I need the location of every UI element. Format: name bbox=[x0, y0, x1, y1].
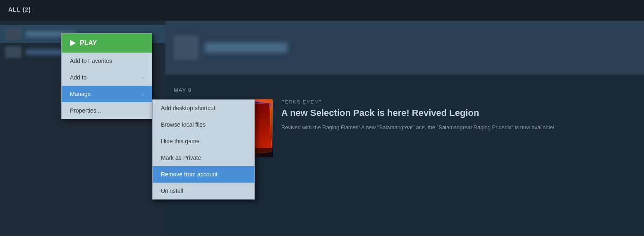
news-headline: A new Selection Pack is here! Revived Le… bbox=[281, 108, 636, 118]
divider bbox=[372, 21, 636, 21]
ctx-browse-local-files[interactable]: Browse local files bbox=[153, 116, 254, 133]
top-bar: ALL (2) bbox=[0, 0, 644, 21]
ctx-manage[interactable]: Manage › bbox=[62, 86, 152, 102]
game-thumb-2 bbox=[5, 46, 22, 58]
ctx-remove-from-account-label: Remove from account bbox=[161, 171, 218, 178]
context-menu-primary: PLAY Add to Favorites Add to › Manage › … bbox=[61, 33, 152, 119]
game-header bbox=[165, 21, 644, 75]
news-body: Revived with the Raging Flames! A new "S… bbox=[281, 123, 636, 132]
play-icon bbox=[70, 40, 76, 46]
context-menu-secondary: Add desktop shortcut Browse local files … bbox=[152, 99, 255, 200]
news-date: MAY 9 bbox=[174, 87, 636, 93]
ctx-uninstall-label: Uninstall bbox=[161, 188, 183, 194]
ctx-add-desktop-shortcut-label: Add desktop shortcut bbox=[161, 105, 215, 111]
ctx-properties[interactable]: Properties... bbox=[62, 102, 152, 119]
news-content: PERKS EVENT A new Selection Pack is here… bbox=[281, 99, 636, 132]
ctx-uninstall[interactable]: Uninstall bbox=[153, 183, 254, 199]
ctx-hide-game[interactable]: Hide this game bbox=[153, 133, 254, 149]
ctx-add-to-label: Add to bbox=[70, 74, 86, 81]
ctx-manage-chevron: › bbox=[142, 92, 144, 96]
play-button[interactable]: PLAY bbox=[62, 34, 152, 53]
ctx-remove-from-account[interactable]: Remove from account bbox=[153, 166, 254, 183]
news-category: PERKS EVENT bbox=[281, 99, 636, 104]
play-label: PLAY bbox=[80, 39, 97, 47]
all-label: ALL (2) bbox=[8, 6, 31, 13]
ctx-manage-label: Manage bbox=[70, 91, 91, 97]
game-icon-large bbox=[174, 35, 199, 60]
ctx-properties-label: Properties... bbox=[70, 107, 101, 114]
game-title-large bbox=[205, 43, 287, 53]
ctx-hide-game-label: Hide this game bbox=[161, 138, 199, 144]
ctx-add-to-favorites[interactable]: Add to Favorites bbox=[62, 53, 152, 69]
ctx-add-to-favorites-label: Add to Favorites bbox=[70, 58, 112, 64]
ctx-browse-local-files-label: Browse local files bbox=[161, 121, 206, 128]
ctx-mark-private[interactable]: Mark as Private bbox=[153, 149, 254, 166]
ctx-mark-private-label: Mark as Private bbox=[161, 154, 201, 161]
game-thumb-1 bbox=[5, 28, 22, 40]
ctx-add-to[interactable]: Add to › bbox=[62, 69, 152, 86]
game-title-2 bbox=[26, 49, 67, 55]
ctx-add-to-chevron: › bbox=[142, 75, 144, 80]
ctx-add-desktop-shortcut[interactable]: Add desktop shortcut bbox=[153, 100, 254, 116]
